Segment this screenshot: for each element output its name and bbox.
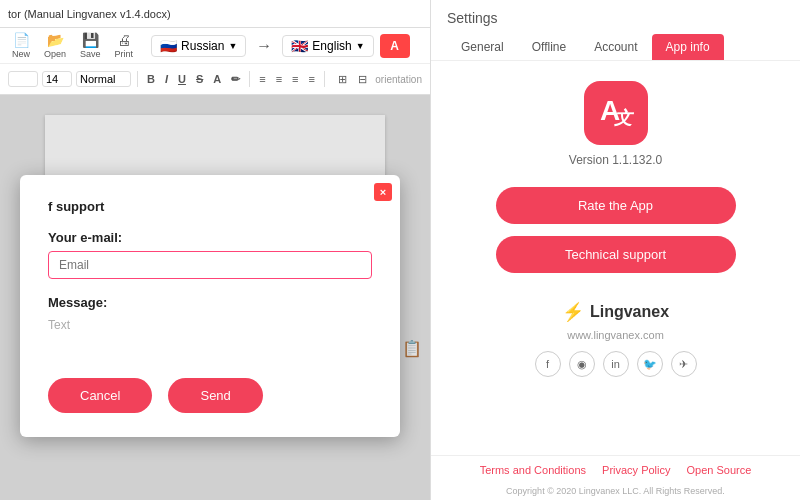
font-field[interactable]: [8, 71, 38, 87]
app-logo-icon: A 文: [598, 92, 634, 135]
translate-icon: A: [390, 39, 399, 53]
open-icon: 📂: [47, 32, 64, 48]
telegram-icon[interactable]: ✈: [671, 351, 697, 377]
settings-tabs: General Offline Account App info: [447, 34, 784, 60]
lingvanex-logo-icon: ⚡: [562, 301, 584, 323]
open-button[interactable]: 📂 Open: [40, 30, 70, 61]
english-flag-icon: 🇬🇧: [291, 38, 308, 54]
copyright-text: Copyright © 2020 Lingvanex LLC. All Righ…: [431, 484, 800, 500]
print-button[interactable]: 🖨 Print: [111, 30, 138, 61]
settings-title: Settings: [447, 10, 784, 26]
orientation-label: orientation: [375, 74, 422, 85]
cancel-button[interactable]: Cancel: [48, 378, 152, 413]
social-icons-row: f ◉ in 🐦 ✈: [535, 351, 697, 377]
underline-button[interactable]: U: [175, 72, 189, 86]
tab-account[interactable]: Account: [580, 34, 651, 60]
svg-text:文: 文: [614, 108, 634, 128]
save-icon: 💾: [82, 32, 99, 48]
app-version: Version 1.1.132.0: [569, 153, 662, 167]
toolbar-row2: B I U S A ✏ ≡ ≡ ≡ ≡ ⊞ ⊟ orientation: [0, 64, 430, 94]
settings-body: A 文 Version 1.1.132.0 Rate the App Techn…: [431, 61, 800, 455]
facebook-icon[interactable]: f: [535, 351, 561, 377]
technical-support-modal: × f support Your e-mail: Message: Text C…: [20, 175, 400, 437]
linkedin-icon[interactable]: in: [603, 351, 629, 377]
grid-view-button[interactable]: ⊟: [358, 73, 367, 86]
left-panel: tor (Manual Lingvanex v1.4.docx) 📄 New 📂…: [0, 0, 430, 500]
settings-footer: Terms and Conditions Privacy Policy Open…: [431, 455, 800, 484]
font-style-field[interactable]: [76, 71, 131, 87]
dropdown-icon: ▼: [228, 41, 237, 51]
instagram-icon[interactable]: ◉: [569, 351, 595, 377]
save-button[interactable]: 💾 Save: [76, 30, 105, 61]
twitter-icon[interactable]: 🐦: [637, 351, 663, 377]
message-placeholder: Text: [48, 318, 372, 358]
technical-support-button[interactable]: Technical support: [496, 236, 736, 273]
align-center-button[interactable]: ≡: [273, 72, 285, 86]
translate-button[interactable]: A: [380, 34, 410, 58]
toolbar-row1: 📄 New 📂 Open 💾 Save 🖨 Print 🇷🇺 Russian ▼: [0, 28, 430, 64]
settings-panel: Settings General Offline Account App inf…: [430, 0, 800, 500]
italic-button[interactable]: I: [162, 72, 171, 86]
bold-button[interactable]: B: [144, 72, 158, 86]
highlight-button[interactable]: ✏: [228, 72, 243, 87]
strikethrough-button[interactable]: S: [193, 72, 206, 86]
app-logo: A 文: [584, 81, 648, 145]
send-button[interactable]: Send: [168, 378, 262, 413]
title-bar: tor (Manual Lingvanex v1.4.docx): [0, 0, 430, 28]
modal-title: f support: [48, 199, 372, 214]
table-view-button[interactable]: ⊞: [338, 73, 347, 86]
align-justify-button[interactable]: ≡: [306, 72, 318, 86]
print-icon: 🖨: [117, 32, 131, 48]
divider3: [324, 71, 325, 87]
settings-header: Settings General Offline Account App inf…: [431, 0, 800, 61]
brand-section: ⚡ Lingvanex www.lingvanex.com f ◉ in 🐦 ✈: [535, 301, 697, 377]
brand-logo: ⚡ Lingvanex: [562, 301, 669, 323]
align-left-button[interactable]: ≡: [256, 72, 268, 86]
brand-url[interactable]: www.lingvanex.com: [567, 329, 664, 341]
divider: [137, 71, 138, 87]
tab-app-info[interactable]: App info: [652, 34, 724, 60]
modal-buttons: Cancel Send: [48, 378, 372, 413]
font-color-button[interactable]: A: [210, 72, 224, 86]
title-bar-text: tor (Manual Lingvanex v1.4.docx): [8, 8, 171, 20]
divider2: [249, 71, 250, 87]
align-right-button[interactable]: ≡: [289, 72, 301, 86]
rate-app-button[interactable]: Rate the App: [496, 187, 736, 224]
dropdown-icon: ▼: [356, 41, 365, 51]
terms-link[interactable]: Terms and Conditions: [480, 464, 586, 476]
tab-general[interactable]: General: [447, 34, 518, 60]
message-label: Message:: [48, 295, 372, 310]
font-size-field[interactable]: [42, 71, 72, 87]
open-source-link[interactable]: Open Source: [687, 464, 752, 476]
new-button[interactable]: 📄 New: [8, 30, 34, 61]
email-label: Your e-mail:: [48, 230, 372, 245]
modal-close-button[interactable]: ×: [374, 183, 392, 201]
new-icon: 📄: [13, 32, 30, 48]
translate-arrow-icon: →: [252, 37, 276, 55]
privacy-link[interactable]: Privacy Policy: [602, 464, 670, 476]
target-language-selector[interactable]: 🇬🇧 English ▼: [282, 35, 373, 57]
russian-flag-icon: 🇷🇺: [160, 38, 177, 54]
source-language-selector[interactable]: 🇷🇺 Russian ▼: [151, 35, 246, 57]
toolbar-area: 📄 New 📂 Open 💾 Save 🖨 Print 🇷🇺 Russian ▼: [0, 28, 430, 95]
email-input[interactable]: [48, 251, 372, 279]
tab-offline[interactable]: Offline: [518, 34, 580, 60]
doc-area: 📋 × f support Your e-mail: Message: Text…: [0, 95, 430, 500]
